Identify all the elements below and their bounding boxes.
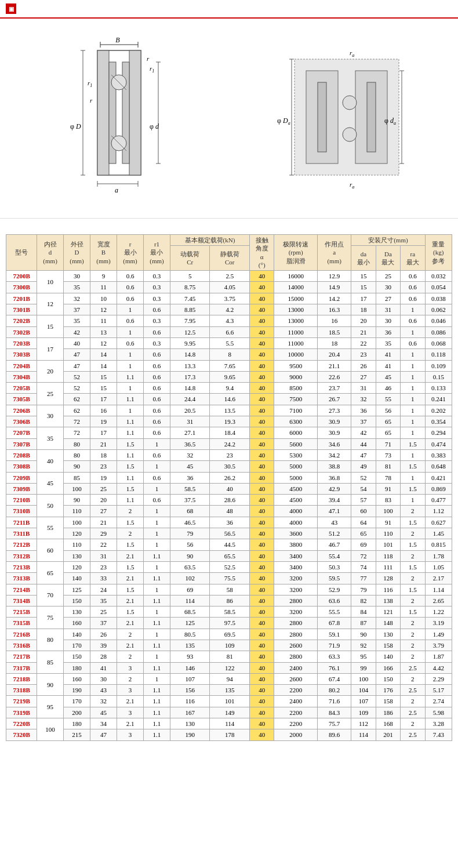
cell-rpm: 6300	[274, 416, 318, 427]
cell-B: 31	[90, 550, 117, 561]
cell-Da-max: 91	[376, 517, 400, 528]
cell-Cor: 36	[210, 517, 250, 528]
cell-weight: 7.43	[425, 729, 452, 740]
cell-Da-max: 65	[376, 427, 400, 438]
cell-Cor: 56.5	[210, 528, 250, 539]
cell-rpm: 13000	[274, 315, 318, 326]
cell-angle: 40	[250, 326, 274, 337]
cell-a: 23.7	[317, 383, 351, 394]
cell-da-min: 72	[351, 550, 376, 561]
cell-angle: 40	[250, 449, 274, 460]
cell-ra-max: 2	[401, 618, 425, 629]
cell-model: 7217B	[6, 651, 37, 662]
cell-a: 34.2	[317, 449, 351, 460]
cell-Da-max: 83	[376, 495, 400, 506]
cell-angle: 40	[250, 651, 274, 662]
cell-r: 1.1	[117, 472, 144, 483]
cell-rpm: 2600	[274, 673, 318, 684]
cell-Cor: 13.5	[210, 405, 250, 416]
cell-B: 43	[90, 685, 117, 696]
svg-text:ra: ra	[350, 49, 354, 58]
cell-r: 1.5	[117, 584, 144, 595]
cell-da-min: 23	[351, 349, 376, 360]
cell-ra-max: 1	[401, 427, 425, 438]
cell-Cr: 20.5	[170, 405, 210, 416]
cell-r1: 1	[143, 461, 170, 472]
cell-Cr: 69	[170, 584, 210, 595]
cell-outer-D: 47	[64, 360, 90, 371]
cell-B: 47	[90, 729, 117, 740]
cell-ra-max: 1	[401, 349, 425, 360]
cell-outer-D: 100	[64, 483, 90, 494]
cell-r1: 0.6	[143, 405, 170, 416]
cell-r1: 1	[143, 539, 170, 550]
cell-rpm: 8500	[274, 383, 318, 394]
cell-angle: 40	[250, 662, 274, 673]
cell-inner-d: 10	[37, 271, 64, 293]
cell-weight: 1.05	[425, 561, 452, 572]
cell-r: 1.5	[117, 461, 144, 472]
table-row: 7306B72191.10.63119.340630030.9376510.35…	[6, 416, 452, 427]
cell-Cor: 4.2	[210, 304, 250, 315]
cell-da-min: 52	[351, 472, 376, 483]
th-r1-min: r1最小(mm)	[143, 235, 170, 271]
table-row: 7213B65120231.5163.552.540340050.3741111…	[6, 561, 452, 572]
cell-Cr: 167	[170, 707, 210, 718]
cell-B: 35	[90, 595, 117, 606]
cell-outer-D: 80	[64, 449, 90, 460]
table-row: 7206B30621610.620.513.540710027.3365610.…	[6, 405, 452, 416]
cell-r1: 0.6	[143, 416, 170, 427]
cell-a: 51.2	[317, 528, 351, 539]
cell-r: 1.1	[117, 416, 144, 427]
cell-inner-d: 95	[37, 696, 64, 718]
cell-Da-max: 30	[376, 315, 400, 326]
cell-model: 7313B	[6, 573, 37, 584]
cell-B: 27	[90, 506, 117, 517]
cell-Cor: 58	[210, 584, 250, 595]
cell-weight: 3.79	[425, 640, 452, 651]
th-action-pt: 作用点a(mm)	[317, 235, 351, 271]
cell-B: 17	[90, 394, 117, 405]
cell-da-min: 27	[351, 371, 376, 382]
cell-Cor: 4.3	[210, 315, 250, 326]
cell-Da-max: 176	[376, 685, 400, 696]
cell-da-min: 15	[351, 271, 376, 282]
cell-Cr: 114	[170, 595, 210, 606]
cell-da-min: 99	[351, 662, 376, 673]
cell-Da-max: 71	[376, 438, 400, 449]
cell-Cr: 14.8	[170, 349, 210, 360]
cell-outer-D: 52	[64, 383, 90, 394]
cell-Cr: 46.5	[170, 517, 210, 528]
cell-da-min: 104	[351, 685, 376, 696]
cell-Cor: 9.4	[210, 383, 250, 394]
table-row: 7216B80140262180.569.540280059.19013021.…	[6, 629, 452, 640]
cell-rpm: 2400	[274, 696, 318, 707]
cell-rpm: 2200	[274, 718, 318, 729]
cell-Da-max: 166	[376, 662, 400, 673]
cell-Cor: 28.6	[210, 495, 250, 506]
cell-Da-max: 150	[376, 673, 400, 684]
cell-r1: 0.6	[143, 326, 170, 337]
cell-model: 7213B	[6, 561, 37, 572]
cell-angle: 40	[250, 584, 274, 595]
cell-Cr: 116	[170, 696, 210, 707]
cell-angle: 40	[250, 304, 274, 315]
cell-weight: 0.477	[425, 495, 452, 506]
cell-da-min: 57	[351, 495, 376, 506]
cell-r1: 1	[143, 517, 170, 528]
cell-r: 3	[117, 685, 144, 696]
cell-a: 59.5	[317, 573, 351, 584]
cell-rpm: 4500	[274, 495, 318, 506]
table-row: 7319B2004531.116714940220084.31091862.55…	[6, 707, 452, 718]
cell-angle: 40	[250, 595, 274, 606]
cell-outer-D: 140	[64, 573, 90, 584]
cell-model: 7300B	[6, 282, 37, 293]
cell-angle: 40	[250, 528, 274, 539]
cell-rpm: 6000	[274, 427, 318, 438]
cell-ra-max: 1.5	[401, 483, 425, 494]
cell-ra-max: 0.6	[401, 293, 425, 304]
cell-weight: 0.068	[425, 337, 452, 348]
cell-rpm: 4500	[274, 483, 318, 494]
section-icon: ▣	[6, 3, 16, 14]
cell-weight: 3.19	[425, 618, 452, 629]
